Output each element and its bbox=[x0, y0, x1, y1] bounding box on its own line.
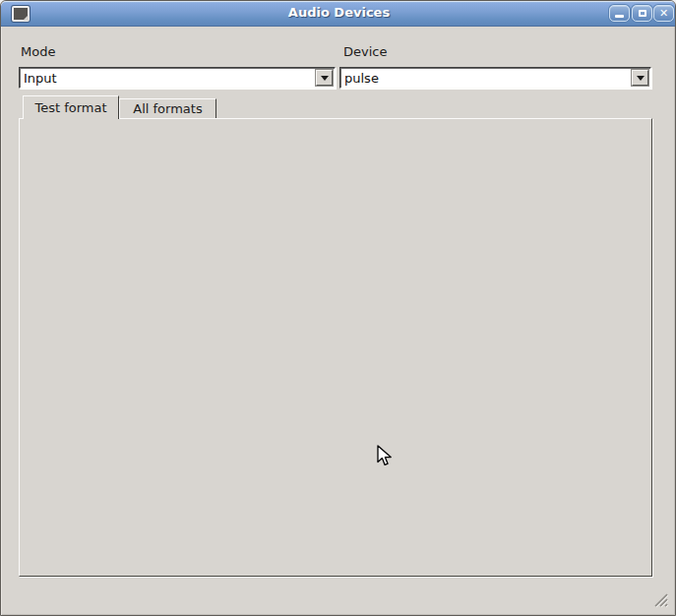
mode-combobox[interactable]: Input bbox=[19, 67, 336, 89]
device-dropdown-button[interactable] bbox=[632, 70, 648, 86]
mode-label: Mode bbox=[21, 44, 55, 59]
test-format-pane bbox=[19, 118, 652, 577]
maximize-icon bbox=[639, 10, 646, 17]
window-title: Audio Devices bbox=[1, 5, 676, 20]
tab-all-formats-label: All formats bbox=[133, 101, 202, 116]
audio-devices-window: Audio Devices ✕ Mode Input Device pulse … bbox=[0, 0, 676, 616]
mode-value: Input bbox=[20, 71, 316, 86]
chevron-down-icon bbox=[321, 76, 329, 81]
maximize-button[interactable] bbox=[632, 5, 652, 22]
device-label: Device bbox=[343, 44, 387, 59]
mouse-cursor-icon bbox=[376, 445, 396, 468]
tab-test-format[interactable]: Test format bbox=[23, 95, 119, 119]
close-icon: ✕ bbox=[659, 7, 668, 20]
chevron-down-icon bbox=[637, 76, 645, 81]
tab-all-formats[interactable]: All formats bbox=[119, 98, 216, 118]
close-button[interactable]: ✕ bbox=[653, 5, 674, 22]
minimize-icon bbox=[615, 15, 624, 18]
titlebar[interactable]: Audio Devices ✕ bbox=[1, 1, 676, 27]
device-value: pulse bbox=[340, 71, 632, 86]
device-combobox[interactable]: pulse bbox=[339, 67, 651, 89]
mode-dropdown-button[interactable] bbox=[316, 70, 333, 86]
minimize-button[interactable] bbox=[609, 5, 630, 22]
resize-grip[interactable] bbox=[652, 591, 670, 609]
tab-test-format-label: Test format bbox=[34, 100, 106, 115]
